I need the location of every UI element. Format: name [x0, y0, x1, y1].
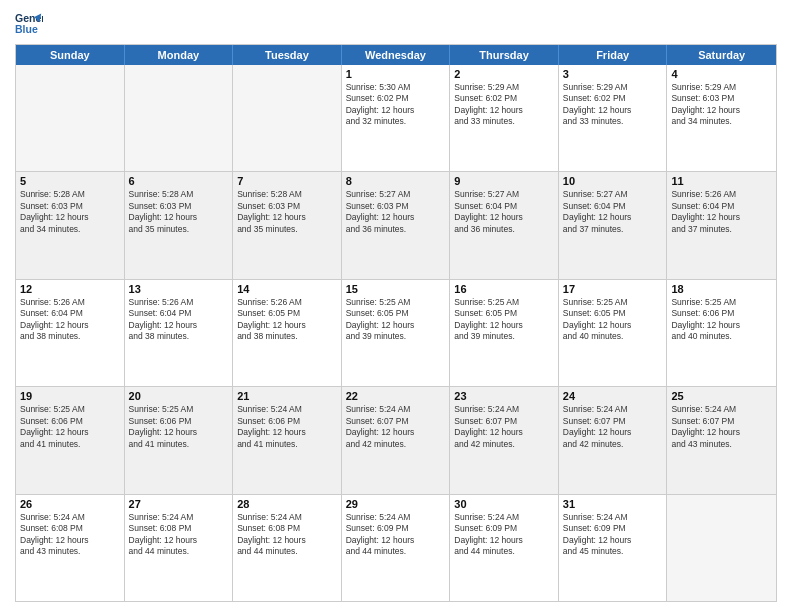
day-number: 29: [346, 498, 446, 510]
day-info: Sunrise: 5:25 AMSunset: 6:06 PMDaylight:…: [129, 404, 229, 450]
day-info: Sunrise: 5:24 AMSunset: 6:08 PMDaylight:…: [20, 512, 120, 558]
logo-icon: General Blue: [15, 10, 43, 38]
day-number: 13: [129, 283, 229, 295]
day-number: 7: [237, 175, 337, 187]
col-header-sunday: Sunday: [16, 45, 125, 65]
weeks: 1Sunrise: 5:30 AMSunset: 6:02 PMDaylight…: [16, 65, 776, 601]
day-number: 1: [346, 68, 446, 80]
day-cell: 23Sunrise: 5:24 AMSunset: 6:07 PMDayligh…: [450, 387, 559, 493]
day-cell: 2Sunrise: 5:29 AMSunset: 6:02 PMDaylight…: [450, 65, 559, 171]
day-cell: 10Sunrise: 5:27 AMSunset: 6:04 PMDayligh…: [559, 172, 668, 278]
day-cell: [667, 495, 776, 601]
day-info: Sunrise: 5:24 AMSunset: 6:07 PMDaylight:…: [671, 404, 772, 450]
day-number: 27: [129, 498, 229, 510]
day-cell: 31Sunrise: 5:24 AMSunset: 6:09 PMDayligh…: [559, 495, 668, 601]
day-number: 25: [671, 390, 772, 402]
page: General Blue SundayMondayTuesdayWednesda…: [0, 0, 792, 612]
day-number: 3: [563, 68, 663, 80]
day-cell: 7Sunrise: 5:28 AMSunset: 6:03 PMDaylight…: [233, 172, 342, 278]
day-info: Sunrise: 5:24 AMSunset: 6:06 PMDaylight:…: [237, 404, 337, 450]
day-info: Sunrise: 5:24 AMSunset: 6:09 PMDaylight:…: [346, 512, 446, 558]
day-cell: 14Sunrise: 5:26 AMSunset: 6:05 PMDayligh…: [233, 280, 342, 386]
day-cell: 18Sunrise: 5:25 AMSunset: 6:06 PMDayligh…: [667, 280, 776, 386]
day-cell: 15Sunrise: 5:25 AMSunset: 6:05 PMDayligh…: [342, 280, 451, 386]
day-info: Sunrise: 5:24 AMSunset: 6:09 PMDaylight:…: [454, 512, 554, 558]
day-number: 2: [454, 68, 554, 80]
day-cell: 5Sunrise: 5:28 AMSunset: 6:03 PMDaylight…: [16, 172, 125, 278]
day-cell: 29Sunrise: 5:24 AMSunset: 6:09 PMDayligh…: [342, 495, 451, 601]
day-number: 5: [20, 175, 120, 187]
day-cell: 6Sunrise: 5:28 AMSunset: 6:03 PMDaylight…: [125, 172, 234, 278]
day-number: 18: [671, 283, 772, 295]
day-number: 26: [20, 498, 120, 510]
day-number: 21: [237, 390, 337, 402]
header: General Blue: [15, 10, 777, 38]
column-headers: SundayMondayTuesdayWednesdayThursdayFrid…: [16, 45, 776, 65]
day-info: Sunrise: 5:28 AMSunset: 6:03 PMDaylight:…: [20, 189, 120, 235]
logo: General Blue: [15, 10, 47, 38]
day-cell: 25Sunrise: 5:24 AMSunset: 6:07 PMDayligh…: [667, 387, 776, 493]
day-number: 6: [129, 175, 229, 187]
day-number: 31: [563, 498, 663, 510]
col-header-wednesday: Wednesday: [342, 45, 451, 65]
day-info: Sunrise: 5:25 AMSunset: 6:05 PMDaylight:…: [346, 297, 446, 343]
day-info: Sunrise: 5:27 AMSunset: 6:04 PMDaylight:…: [563, 189, 663, 235]
day-cell: 26Sunrise: 5:24 AMSunset: 6:08 PMDayligh…: [16, 495, 125, 601]
day-cell: 27Sunrise: 5:24 AMSunset: 6:08 PMDayligh…: [125, 495, 234, 601]
day-info: Sunrise: 5:26 AMSunset: 6:04 PMDaylight:…: [129, 297, 229, 343]
col-header-monday: Monday: [125, 45, 234, 65]
day-cell: 21Sunrise: 5:24 AMSunset: 6:06 PMDayligh…: [233, 387, 342, 493]
day-info: Sunrise: 5:24 AMSunset: 6:08 PMDaylight:…: [237, 512, 337, 558]
day-info: Sunrise: 5:28 AMSunset: 6:03 PMDaylight:…: [129, 189, 229, 235]
week-row-2: 5Sunrise: 5:28 AMSunset: 6:03 PMDaylight…: [16, 171, 776, 278]
day-info: Sunrise: 5:30 AMSunset: 6:02 PMDaylight:…: [346, 82, 446, 128]
day-cell: 30Sunrise: 5:24 AMSunset: 6:09 PMDayligh…: [450, 495, 559, 601]
day-info: Sunrise: 5:28 AMSunset: 6:03 PMDaylight:…: [237, 189, 337, 235]
day-info: Sunrise: 5:24 AMSunset: 6:07 PMDaylight:…: [454, 404, 554, 450]
day-number: 22: [346, 390, 446, 402]
day-info: Sunrise: 5:24 AMSunset: 6:07 PMDaylight:…: [563, 404, 663, 450]
day-cell: 3Sunrise: 5:29 AMSunset: 6:02 PMDaylight…: [559, 65, 668, 171]
day-cell: 24Sunrise: 5:24 AMSunset: 6:07 PMDayligh…: [559, 387, 668, 493]
day-cell: 20Sunrise: 5:25 AMSunset: 6:06 PMDayligh…: [125, 387, 234, 493]
col-header-friday: Friday: [559, 45, 668, 65]
day-number: 23: [454, 390, 554, 402]
calendar: SundayMondayTuesdayWednesdayThursdayFrid…: [15, 44, 777, 602]
week-row-1: 1Sunrise: 5:30 AMSunset: 6:02 PMDaylight…: [16, 65, 776, 171]
day-cell: 8Sunrise: 5:27 AMSunset: 6:03 PMDaylight…: [342, 172, 451, 278]
day-info: Sunrise: 5:24 AMSunset: 6:09 PMDaylight:…: [563, 512, 663, 558]
day-number: 28: [237, 498, 337, 510]
svg-text:Blue: Blue: [15, 23, 38, 35]
week-row-3: 12Sunrise: 5:26 AMSunset: 6:04 PMDayligh…: [16, 279, 776, 386]
day-cell: 16Sunrise: 5:25 AMSunset: 6:05 PMDayligh…: [450, 280, 559, 386]
day-cell: 17Sunrise: 5:25 AMSunset: 6:05 PMDayligh…: [559, 280, 668, 386]
col-header-tuesday: Tuesday: [233, 45, 342, 65]
day-cell: [16, 65, 125, 171]
day-info: Sunrise: 5:29 AMSunset: 6:03 PMDaylight:…: [671, 82, 772, 128]
day-number: 16: [454, 283, 554, 295]
week-row-5: 26Sunrise: 5:24 AMSunset: 6:08 PMDayligh…: [16, 494, 776, 601]
day-info: Sunrise: 5:29 AMSunset: 6:02 PMDaylight:…: [563, 82, 663, 128]
day-cell: 9Sunrise: 5:27 AMSunset: 6:04 PMDaylight…: [450, 172, 559, 278]
day-number: 30: [454, 498, 554, 510]
day-number: 15: [346, 283, 446, 295]
day-number: 24: [563, 390, 663, 402]
day-number: 9: [454, 175, 554, 187]
day-number: 20: [129, 390, 229, 402]
day-number: 4: [671, 68, 772, 80]
day-cell: 19Sunrise: 5:25 AMSunset: 6:06 PMDayligh…: [16, 387, 125, 493]
day-cell: 22Sunrise: 5:24 AMSunset: 6:07 PMDayligh…: [342, 387, 451, 493]
day-cell: 1Sunrise: 5:30 AMSunset: 6:02 PMDaylight…: [342, 65, 451, 171]
day-info: Sunrise: 5:29 AMSunset: 6:02 PMDaylight:…: [454, 82, 554, 128]
day-number: 14: [237, 283, 337, 295]
day-cell: 4Sunrise: 5:29 AMSunset: 6:03 PMDaylight…: [667, 65, 776, 171]
day-number: 17: [563, 283, 663, 295]
day-number: 11: [671, 175, 772, 187]
day-info: Sunrise: 5:27 AMSunset: 6:03 PMDaylight:…: [346, 189, 446, 235]
col-header-thursday: Thursday: [450, 45, 559, 65]
day-number: 12: [20, 283, 120, 295]
day-cell: [233, 65, 342, 171]
day-info: Sunrise: 5:26 AMSunset: 6:04 PMDaylight:…: [671, 189, 772, 235]
week-row-4: 19Sunrise: 5:25 AMSunset: 6:06 PMDayligh…: [16, 386, 776, 493]
day-cell: 13Sunrise: 5:26 AMSunset: 6:04 PMDayligh…: [125, 280, 234, 386]
